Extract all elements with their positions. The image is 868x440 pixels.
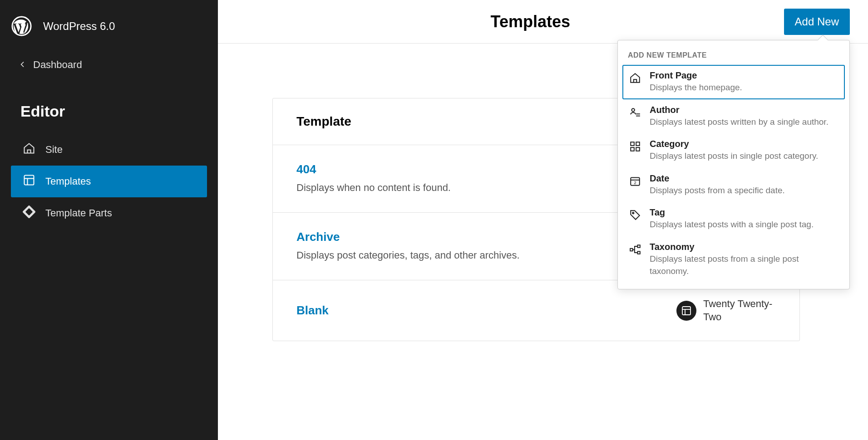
popover-item-desc: Displays the homepage. — [650, 82, 838, 94]
svg-rect-14 — [631, 147, 634, 151]
popover-item-desc: Displays latest posts with a single post… — [650, 219, 838, 231]
sidebar-item-site[interactable]: Site — [0, 134, 218, 166]
sidebar-item-label: Site — [45, 144, 63, 156]
popover-item-author[interactable]: Author Displays latest posts written by … — [622, 99, 845, 134]
svg-rect-12 — [631, 142, 634, 146]
chevron-left-icon — [19, 59, 26, 71]
taxonomy-icon — [629, 243, 641, 256]
popover-item-tag[interactable]: Tag Displays latest posts with a single … — [622, 202, 845, 236]
popover-item-title: Tag — [650, 207, 838, 218]
template-title: Blank — [296, 303, 329, 318]
svg-rect-15 — [636, 147, 640, 151]
add-new-button[interactable]: Add New — [784, 9, 850, 35]
popover-item-desc: Displays posts from a specific date. — [650, 185, 838, 197]
popover-item-front-page[interactable]: Front Page Displays the homepage. — [622, 65, 845, 99]
sidebar: WordPress 6.0 Dashboard Editor Site Temp… — [0, 0, 218, 440]
svg-point-9 — [631, 108, 635, 112]
grid-icon — [629, 140, 641, 153]
sidebar-item-label: Templates — [45, 176, 91, 187]
sidebar-item-label: Template Parts — [45, 207, 112, 219]
svg-rect-6 — [682, 307, 690, 315]
popover-item-title: Date — [650, 173, 838, 184]
home-icon — [629, 72, 641, 84]
editor-heading: Editor — [0, 80, 218, 134]
add-new-template-popover: Add New Template Front Page Displays the… — [617, 40, 850, 289]
dashboard-back-link[interactable]: Dashboard — [0, 50, 218, 80]
sidebar-item-templates[interactable]: Templates — [11, 166, 207, 197]
main-content: Templates Add New Template 404 Displays … — [218, 0, 868, 440]
theme-layout-icon — [676, 301, 696, 321]
popover-item-title: Front Page — [650, 70, 838, 81]
svg-text:2: 2 — [634, 180, 636, 185]
popover-item-taxonomy[interactable]: Taxonomy Displays latest posts from a si… — [622, 236, 845, 283]
popover-item-category[interactable]: Category Displays latest posts in single… — [622, 133, 845, 168]
svg-rect-1 — [25, 176, 34, 185]
popover-item-title: Taxonomy — [650, 242, 838, 252]
svg-rect-13 — [636, 142, 640, 146]
popover-heading: Add New Template — [622, 49, 845, 65]
wordpress-logo-icon[interactable] — [11, 16, 32, 36]
calendar-icon: 2 — [629, 175, 641, 187]
topbar: Templates Add New — [218, 0, 868, 44]
svg-rect-22 — [637, 251, 640, 254]
layout-icon — [23, 174, 35, 189]
tag-icon — [629, 209, 641, 221]
svg-rect-20 — [630, 249, 632, 251]
popover-item-desc: Displays latest posts written by a singl… — [650, 116, 838, 128]
popover-item-title: Category — [650, 139, 838, 149]
site-title: WordPress 6.0 — [43, 20, 115, 33]
author-icon — [629, 106, 641, 119]
home-icon — [23, 142, 35, 157]
template-parts-icon — [23, 205, 35, 221]
theme-name: Twenty Twenty-Two — [703, 298, 776, 323]
popover-item-title: Author — [650, 105, 838, 115]
sidebar-item-template-parts[interactable]: Template Parts — [0, 197, 218, 229]
svg-rect-21 — [637, 245, 640, 247]
dashboard-label: Dashboard — [33, 59, 82, 71]
popover-item-date[interactable]: 2 Date Displays posts from a specific da… — [622, 168, 845, 202]
svg-point-19 — [632, 212, 634, 214]
sidebar-header: WordPress 6.0 — [0, 9, 218, 50]
theme-chip: Twenty Twenty-Two — [676, 298, 776, 323]
page-title: Templates — [432, 12, 570, 31]
popover-item-desc: Displays latest posts from a single post… — [650, 253, 838, 277]
popover-item-desc: Displays latest posts in single post cat… — [650, 150, 838, 162]
